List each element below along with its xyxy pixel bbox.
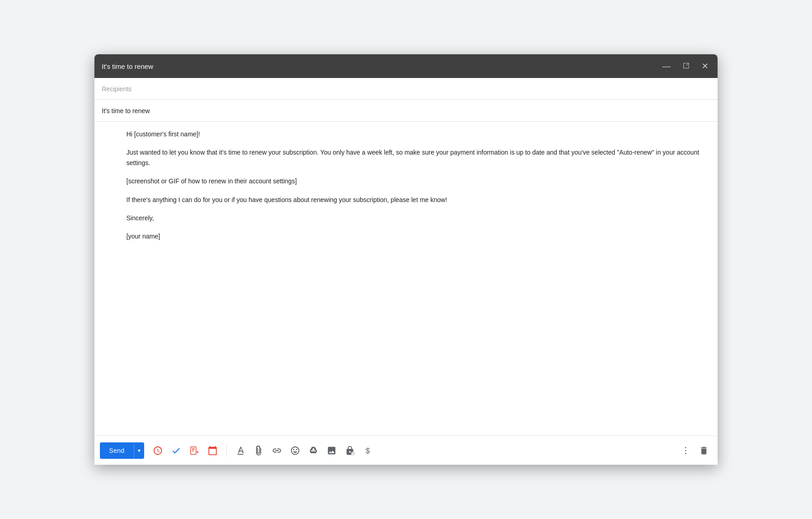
- body-paragraph-2: If there's anything I can do for you or …: [126, 195, 710, 205]
- list-edit-icon: [189, 446, 199, 456]
- send-dropdown-button[interactable]: ▾: [134, 443, 144, 458]
- confidential-button[interactable]: ⏱: [342, 442, 358, 459]
- restore-button[interactable]: [681, 60, 692, 73]
- formatting-button[interactable]: [232, 442, 249, 459]
- body-screenshot-placeholder: [screenshot or GIF of how to renew in th…: [126, 176, 710, 186]
- body-sincerely: Sincerely,: [126, 213, 710, 223]
- title-bar-controls: — ✕: [661, 60, 710, 73]
- task-check-icon: [171, 446, 181, 456]
- drive-icon: [308, 446, 318, 456]
- subject-text: It's time to renew: [102, 107, 150, 114]
- send-dropdown-arrow: ▾: [138, 447, 141, 454]
- svg-point-10: [685, 453, 687, 454]
- send-button-group: Send ▾: [100, 442, 144, 459]
- toolbar-right: [677, 442, 712, 459]
- photo-button[interactable]: [323, 442, 340, 459]
- toolbar-divider-1: [226, 444, 227, 457]
- emoji-button[interactable]: [287, 442, 303, 459]
- emoji-icon: [290, 446, 300, 456]
- recipients-row[interactable]: Recipients: [94, 78, 718, 100]
- dollar-button[interactable]: $: [360, 442, 376, 459]
- recipients-placeholder: Recipients: [102, 85, 131, 93]
- restore-icon: [682, 62, 690, 69]
- svg-text:⏱: ⏱: [352, 452, 354, 455]
- drive-button[interactable]: [305, 442, 322, 459]
- minimize-button[interactable]: —: [661, 60, 672, 72]
- photo-icon: [327, 446, 337, 456]
- window-title: It's time to renew: [102, 62, 153, 70]
- task-check-button[interactable]: [168, 442, 184, 459]
- body-paragraph-1: Just wanted to let you know that it's ti…: [126, 147, 710, 168]
- calendar-icon: [208, 446, 218, 456]
- subject-row[interactable]: It's time to renew: [94, 100, 718, 122]
- attach-button[interactable]: [250, 442, 267, 459]
- attach-icon: [254, 446, 264, 456]
- link-button[interactable]: [269, 442, 285, 459]
- svg-point-8: [685, 447, 687, 448]
- link-icon: [272, 446, 282, 456]
- send-button[interactable]: Send: [100, 442, 134, 459]
- calendar-button[interactable]: [204, 442, 221, 459]
- compose-window: It's time to renew — ✕ Recipients It's t…: [94, 54, 718, 465]
- svg-rect-0: [191, 446, 196, 454]
- schedule-send-icon: [153, 446, 163, 456]
- title-bar: It's time to renew — ✕: [94, 54, 718, 78]
- close-button[interactable]: ✕: [700, 60, 710, 72]
- formatting-icon: [235, 446, 245, 456]
- body-area[interactable]: Hi [customer's first name]! Just wanted …: [94, 122, 718, 436]
- more-options-icon: [681, 446, 691, 456]
- list-edit-button[interactable]: [186, 442, 203, 459]
- dollar-icon: $: [363, 446, 373, 456]
- trash-icon: [699, 446, 709, 456]
- delete-button[interactable]: [696, 442, 712, 459]
- body-greeting: Hi [customer's first name]!: [126, 129, 710, 139]
- schedule-send-button[interactable]: [150, 442, 166, 459]
- more-options-button[interactable]: [677, 442, 694, 459]
- svg-point-9: [685, 450, 687, 451]
- toolbar: Send ▾: [94, 436, 718, 465]
- svg-text:$: $: [365, 446, 370, 454]
- body-name: [your name]: [126, 231, 710, 241]
- lock-clock-icon: ⏱: [345, 446, 355, 456]
